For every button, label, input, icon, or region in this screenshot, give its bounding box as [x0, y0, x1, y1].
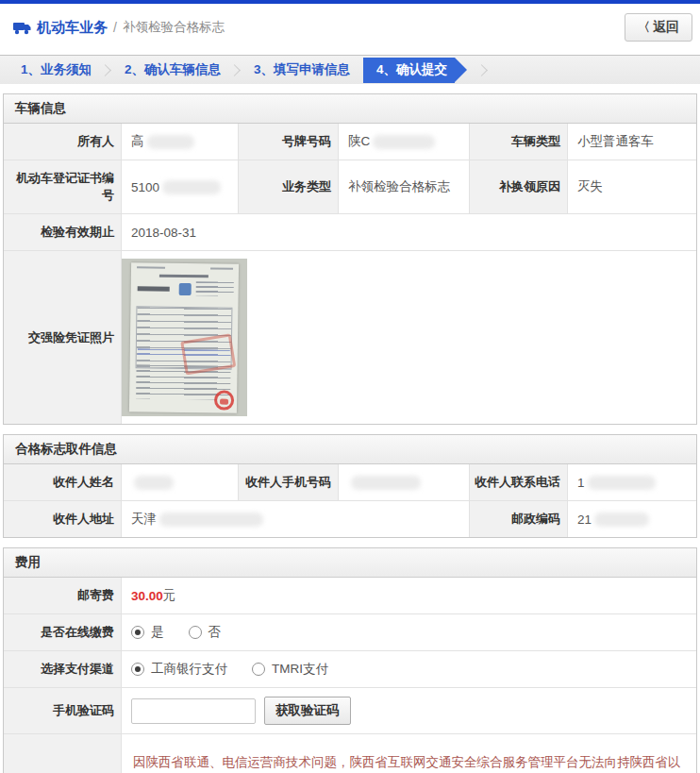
get-code-button[interactable]: 获取验证码 — [264, 697, 351, 725]
redacted-blur — [134, 476, 174, 490]
doc-title-line — [159, 275, 208, 278]
postal-code-label: 邮政编码 — [470, 501, 568, 537]
recipient-phone-value: 1 — [568, 464, 696, 500]
step-3-fill-application[interactable]: 3、填写申请信息 — [246, 61, 358, 78]
chevron-separator-icon — [228, 64, 241, 76]
back-button[interactable]: 〈 返回 — [625, 13, 692, 42]
document-paper — [129, 262, 239, 413]
channel-icbc-option[interactable]: 工商银行支付 — [131, 661, 227, 678]
back-button-label: 返回 — [653, 19, 679, 36]
recipient-address-label: 收件人地址 — [4, 501, 122, 537]
radio-unselected-icon — [189, 626, 202, 639]
doc-detail — [196, 281, 234, 296]
step-2-confirm-vehicle[interactable]: 2、确认车辆信息 — [117, 61, 228, 78]
registration-cert-value: 5100 — [122, 160, 239, 213]
insurance-photo-label: 交强险凭证照片 — [4, 251, 122, 424]
radio-selected-icon — [131, 626, 144, 639]
pickup-info-section: 合格标志取件信息 收件人姓名 收件人手机号码 收件人联系电话 1 收件人地址 天… — [3, 434, 697, 538]
table-row: 短信接收提示 因陕西省联通、电信运营商技术问题，陕西省互联网交通安全综合服务管理… — [4, 733, 696, 773]
inspection-valid-until-label: 检验有效期止 — [4, 214, 122, 250]
chevron-separator-icon — [475, 64, 488, 76]
fee-section-title: 费用 — [4, 548, 696, 578]
recipient-mobile-value — [339, 464, 470, 500]
breadcrumb-separator: / — [113, 20, 117, 35]
postage-unit: 元 — [163, 587, 176, 604]
redacted-blur — [162, 180, 221, 194]
online-pay-no-option[interactable]: 否 — [189, 624, 222, 641]
plate-number-value: 陕C — [339, 124, 470, 160]
registration-cert-label: 机动车登记证书编号 — [4, 160, 122, 213]
step-1-business-notice[interactable]: 1、业务须知 — [13, 61, 99, 78]
chevron-separator-icon — [99, 64, 111, 76]
channel-tmri-label: TMRI支付 — [272, 661, 328, 678]
vehicle-type-label: 车辆类型 — [470, 124, 568, 160]
table-row: 所有人 高 号牌号码 陕C 车辆类型 小型普通客车 — [4, 124, 696, 160]
online-pay-no-label: 否 — [208, 624, 222, 641]
insurance-certificate-photo[interactable] — [122, 259, 247, 416]
vehicle-truck-icon — [13, 21, 31, 35]
postal-code-value: 21 — [568, 501, 696, 537]
breadcrumb: 机动车业务 / 补领检验合格标志 — [13, 19, 225, 37]
inspection-valid-until-value: 2018-08-31 — [122, 214, 696, 250]
redacted-blur — [373, 135, 435, 149]
breadcrumb-section[interactable]: 机动车业务 — [37, 19, 108, 37]
vehicle-section-title: 车辆信息 — [4, 94, 696, 124]
insurance-photo-cell — [122, 251, 696, 424]
postage-fee-value: 30.00元 — [122, 578, 696, 613]
table-row: 收件人地址 天津 邮政编码 21 — [4, 500, 696, 537]
online-payment-options: 是 否 — [122, 614, 696, 650]
back-arrow-icon: 〈 — [638, 19, 650, 36]
online-pay-yes-label: 是 — [151, 624, 164, 641]
recipient-name-label: 收件人姓名 — [4, 464, 122, 500]
postage-amount: 30.00 — [131, 589, 163, 603]
breadcrumb-page-title: 补领检验合格标志 — [123, 19, 225, 36]
radio-selected-icon — [131, 663, 144, 676]
table-row: 手机验证码 获取验证码 — [4, 687, 696, 733]
online-pay-yes-option[interactable]: 是 — [131, 624, 164, 641]
insurer-logo-mark — [179, 283, 192, 295]
sms-code-input[interactable] — [131, 698, 256, 724]
redacted-blur — [159, 513, 263, 527]
redacted-blur — [351, 476, 421, 490]
table-row: 是否在线缴费 是 否 — [4, 613, 696, 650]
recipient-address-value: 天津 — [122, 501, 470, 537]
sms-code-row: 获取验证码 — [122, 688, 696, 733]
vehicle-info-section: 车辆信息 所有人 高 号牌号码 陕C 车辆类型 小型普通客车 机动车登记证书编号… — [3, 93, 697, 425]
table-row: 邮寄费 30.00元 — [4, 578, 696, 613]
table-row: 机动车登记证书编号 5100 业务类型 补领检验合格标志 补换领原因 灭失 — [4, 160, 696, 213]
redacted-blur — [147, 135, 194, 149]
doc-detail — [210, 267, 233, 269]
owner-value: 高 — [122, 124, 239, 160]
pickup-section-title: 合格标志取件信息 — [4, 435, 696, 464]
business-type-value: 补领检验合格标志 — [339, 160, 470, 213]
radio-unselected-icon — [252, 663, 265, 676]
recipient-mobile-label: 收件人手机号码 — [239, 464, 339, 500]
channel-icbc-label: 工商银行支付 — [151, 661, 227, 678]
table-row: 收件人姓名 收件人手机号码 收件人联系电话 1 — [4, 464, 696, 500]
table-row: 选择支付渠道 工商银行支付 TMRI支付 — [4, 650, 696, 687]
doc-detail — [137, 266, 165, 268]
business-type-label: 业务类型 — [239, 160, 339, 213]
redacted-blur — [588, 476, 656, 490]
payment-channel-label: 选择支付渠道 — [4, 651, 122, 687]
step-4-confirm-submit-active[interactable]: 4、确认提交 — [363, 58, 455, 83]
step-navigation: 1、业务须知 2、确认车辆信息 3、填写申请信息 4、确认提交 — [0, 55, 700, 84]
payment-channel-options: 工商银行支付 TMRI支付 — [122, 651, 696, 687]
step-4-label: 4、确认提交 — [376, 61, 447, 78]
sms-notice-text: 因陕西省联通、电信运营商技术问题，陕西省互联网交通安全综合服务管理平台无法向持陕… — [131, 746, 687, 773]
reissue-reason-label: 补换领原因 — [470, 160, 568, 213]
vehicle-type-value: 小型普通客车 — [568, 124, 696, 160]
plate-number-label: 号牌号码 — [239, 124, 339, 160]
red-stamp-mark — [220, 399, 228, 405]
sms-code-label: 手机验证码 — [4, 688, 122, 733]
channel-tmri-option[interactable]: TMRI支付 — [252, 661, 328, 678]
sms-notice-cell: 因陕西省联通、电信运营商技术问题，陕西省互联网交通安全综合服务管理平台无法向持陕… — [122, 734, 696, 773]
table-row: 交强险凭证照片 — [4, 250, 696, 424]
doc-detail — [138, 286, 170, 291]
page-header: 机动车业务 / 补领检验合格标志 〈 返回 — [0, 4, 700, 49]
reissue-reason-value: 灭失 — [568, 160, 696, 213]
recipient-phone-label: 收件人联系电话 — [470, 464, 568, 500]
online-payment-label: 是否在线缴费 — [4, 614, 122, 650]
sms-notice-label: 短信接收提示 — [4, 734, 122, 773]
redacted-blur — [594, 513, 649, 527]
